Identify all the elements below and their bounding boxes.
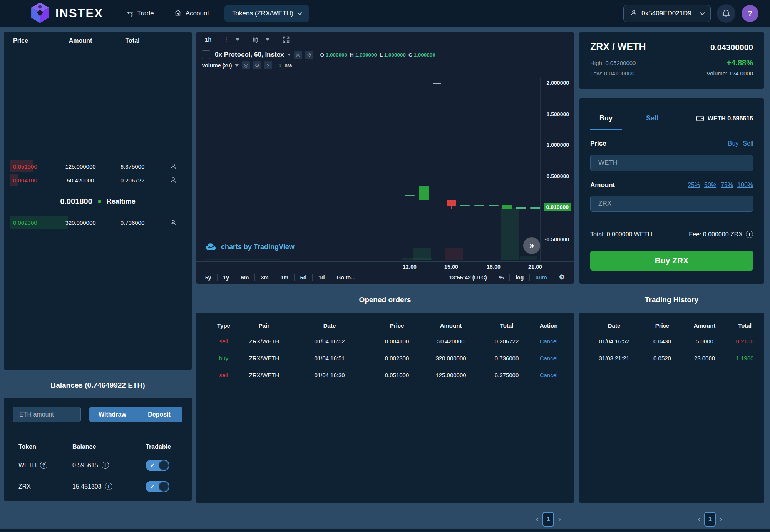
interval-button[interactable]: 1h (205, 36, 212, 43)
amount-75%-link[interactable]: 75% (721, 182, 733, 189)
candle-dash (433, 83, 441, 84)
tradingview-attribution[interactable]: charts by TradingView (205, 243, 295, 251)
time-scale[interactable]: 12:0015:0018:0021:00 (196, 261, 574, 271)
toggle-knob (159, 482, 169, 492)
opened-order-row: sellZRX/WETH01/04 16:300.051000125.00000… (196, 366, 574, 383)
chevron-down-icon[interactable] (235, 64, 239, 67)
eth-amount-input[interactable] (13, 407, 81, 422)
opened-orders-col: Type (206, 322, 241, 329)
tradable-toggle[interactable]: ✓ (146, 481, 169, 492)
price-input[interactable] (590, 155, 753, 171)
withdraw-button[interactable]: Withdraw (89, 407, 136, 422)
tokens-pair-dropdown[interactable]: Tokens (ZRX/WETH) (224, 5, 309, 22)
user-icon (169, 162, 177, 170)
percent-scale-button[interactable]: % (493, 274, 509, 281)
scroll-to-realtime-button[interactable]: » (523, 237, 540, 254)
order-total: 0.206722 (480, 338, 534, 345)
chevron-down-icon[interactable] (266, 38, 270, 41)
log-scale-button[interactable]: log (509, 274, 529, 281)
user-icon (630, 9, 638, 18)
navbar-right: 0x5409ED021D9... ? (623, 4, 758, 23)
deposit-button[interactable]: Deposit (136, 407, 182, 422)
hide-series-icon[interactable]: ◎ (294, 51, 302, 59)
volume-bar (204, 259, 279, 260)
range-5y-button[interactable]: 5y (199, 274, 217, 281)
series-settings-icon[interactable]: ⚙ (305, 51, 313, 59)
fullscreen-icon[interactable] (282, 35, 290, 44)
page-number-button[interactable]: 1 (542, 512, 554, 527)
volume-bar (445, 248, 463, 260)
volume-bar (520, 256, 537, 260)
token-name: WETH (18, 462, 37, 469)
next-page-icon[interactable]: › (558, 515, 561, 524)
range-6m-button[interactable]: 6m (235, 274, 254, 281)
orderbook-ask-row[interactable]: 0.051000125.0000006.375000 (4, 159, 192, 173)
chevron-down-icon[interactable] (287, 54, 291, 56)
order-total-preview: Total: 0.000000 WETH (590, 231, 652, 238)
balances-table: TokenBalanceTradable WETH?0.595615i✓ZRX1… (4, 439, 192, 497)
range-3m-button[interactable]: 3m (254, 274, 274, 281)
orderbook-ask-row[interactable]: 0.00410050.4200000.206722 (4, 173, 192, 187)
opened-orders-col: Pair (241, 322, 287, 329)
auto-scale-button[interactable]: auto (529, 274, 553, 281)
token-help-icon[interactable]: ? (40, 462, 47, 469)
nav-trade[interactable]: ⇆ Trade (127, 9, 154, 18)
chevron-down-icon[interactable] (236, 38, 239, 41)
wallet-address-dropdown[interactable]: 0x5409ED021D9... (623, 5, 711, 22)
goto-button[interactable]: Go to... (331, 274, 361, 281)
cancel-order-link[interactable]: Cancel (534, 372, 564, 378)
balance-info-icon[interactable]: i (102, 462, 109, 469)
candle-dash (474, 205, 484, 206)
range-5d-button[interactable]: 5d (294, 274, 312, 281)
fill-price-buy-link[interactable]: Buy (728, 140, 739, 147)
chart-symbol-title[interactable]: 0x Protocol, 60, Instex (215, 51, 284, 59)
balance-info-icon[interactable]: i (105, 483, 112, 490)
page-number-button[interactable]: 1 (704, 512, 716, 527)
trading-history-col: Price (645, 322, 680, 329)
buy-zrx-button[interactable]: Buy ZRX (590, 251, 753, 271)
cancel-order-link[interactable]: Cancel (534, 338, 564, 345)
range-1d-button[interactable]: 1d (312, 274, 330, 281)
nav-account-label: Account (186, 10, 209, 17)
check-icon: ✓ (150, 462, 155, 469)
amount-input[interactable] (590, 196, 753, 212)
amount-25%-link[interactable]: 25% (688, 182, 700, 189)
trade-price: 0.0430 (645, 338, 680, 345)
collapse-legend-icon[interactable]: − (202, 50, 210, 59)
prev-page-icon[interactable]: ‹ (536, 515, 539, 524)
tab-sell[interactable]: Sell (636, 114, 668, 122)
chevron-down-icon (700, 10, 705, 15)
next-page-icon[interactable]: › (720, 515, 722, 524)
tab-buy[interactable]: Buy (590, 114, 622, 122)
time-axis-label: 21:00 (528, 264, 542, 270)
study-settings-icon[interactable]: ⚙ (253, 61, 261, 69)
chart-clock[interactable]: 13:55:42 (UTC) (444, 274, 493, 281)
prev-page-icon[interactable]: ‹ (698, 515, 700, 524)
orderbook-bid-row[interactable]: 0.002300320.0000000.736000 (4, 216, 192, 229)
candle-dash (489, 205, 499, 206)
chart-style-icon[interactable] (251, 35, 259, 44)
chart-settings-icon[interactable]: ⚙ (553, 274, 571, 281)
fee-info-icon[interactable]: i (746, 231, 753, 238)
volume-study-label[interactable]: Volume (20) (202, 62, 232, 69)
help-button[interactable]: ? (742, 5, 758, 22)
orderbook-panel: Price Amount Total 0.051000125.0000006.3… (4, 32, 192, 370)
order-price: 0.051000 (13, 163, 55, 170)
hide-study-icon[interactable]: ◎ (242, 61, 250, 69)
opened-order-row: sellZRX/WETH01/04 16:520.00410050.420000… (196, 333, 574, 350)
remove-study-icon[interactable]: × (264, 61, 272, 69)
nav-account[interactable]: Account (174, 9, 209, 18)
trading-history-col: Date (583, 322, 645, 329)
amount-100%-link[interactable]: 100% (737, 182, 753, 189)
range-1y-button[interactable]: 1y (217, 274, 235, 281)
price-axis-label: 0.500000 (547, 173, 569, 179)
cancel-order-link[interactable]: Cancel (534, 355, 564, 361)
trade-date: 01/04 16:52 (583, 338, 645, 345)
tradable-toggle[interactable]: ✓ (146, 460, 169, 471)
notifications-button[interactable] (717, 4, 735, 23)
range-1m-button[interactable]: 1m (275, 274, 294, 281)
intervals-menu-icon[interactable]: ⋮ (223, 36, 229, 43)
fill-price-sell-link[interactable]: Sell (743, 140, 753, 147)
amount-50%-link[interactable]: 50% (704, 182, 716, 189)
order-pair: ZRX/WETH (241, 372, 287, 378)
